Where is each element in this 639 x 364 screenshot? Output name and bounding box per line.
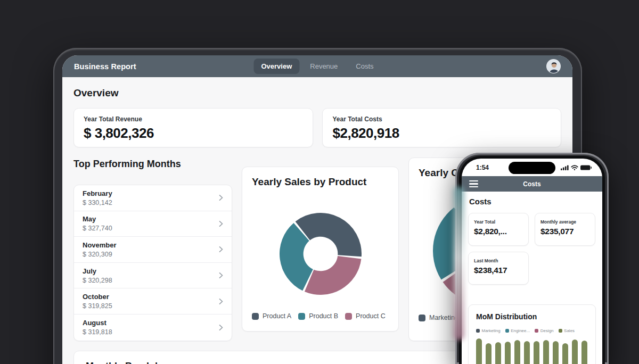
person-icon [547,60,561,73]
canvas: Business Report Overview Revenue Costs [0,0,639,364]
legend-label: Marketing [482,328,501,333]
section-title-top-months: Top Performing Months [73,159,232,170]
kpi-label: Year Total [474,219,523,225]
kpi-label: Year Total Costs [332,115,551,123]
phone-kpi-monthly-average: Monthly average $235,077 [535,213,595,246]
legend-swatch-product-a [252,313,259,320]
chevron-right-icon [219,272,223,279]
legend-swatch-marketing [419,315,425,321]
month-name: November [83,241,219,249]
bar [514,340,520,364]
battery-icon [580,165,592,170]
phone-navbar: Costs [462,176,602,192]
phone-kpi-grid: Year Total $2,820,... Monthly average $2… [468,213,596,285]
legend-label: Product C [356,312,386,320]
legend-swatch-marketing [476,329,480,333]
legend-swatch-sales [559,329,562,333]
legend-swatch-product-b [298,313,305,320]
kpi-value: $2,820,... [474,227,523,236]
phone-content: Costs Year Total $2,820,... Monthly aver… [462,192,602,364]
tab-revenue[interactable]: Revenue [302,59,345,74]
list-item[interactable]: February $ 330,142 [74,185,232,211]
status-icons [561,165,592,170]
mom-legend: Marketing Enginee... Design Sales [476,328,588,333]
bar [543,340,549,364]
bar [572,340,578,364]
kpi-card-revenue: Year Total Revenue $ 3,802,326 [73,108,313,147]
kpi-value: $238,417 [474,266,523,275]
phone-kpi-last-month: Last Month $238,417 [468,252,529,285]
month-value: $ 319,818 [83,328,219,336]
dynamic-island [509,162,555,174]
legend-swatch-design [535,329,538,333]
sales-chart-card: Yearly Sales by Product Product A Produc… [242,167,399,332]
list-item[interactable]: May $ 327,740 [74,211,232,237]
kpi-value: $235,077 [540,227,589,236]
menu-icon[interactable] [469,180,478,188]
month-value: $ 330,142 [83,199,219,206]
bar [534,341,539,364]
tablet-navbar: Business Report Overview Revenue Costs [62,55,572,77]
legend-label: Enginee... [511,328,530,333]
avatar[interactable] [546,59,561,73]
month-name: August [83,319,219,327]
bar [505,342,511,364]
kpi-value: $2,820,918 [332,125,551,142]
legend-swatch-product-c [345,313,352,320]
bar [486,343,491,364]
month-value: $ 320,298 [83,277,219,284]
list-item[interactable]: August $ 319,818 [74,315,232,341]
cellular-signal-icon [561,165,569,170]
chevron-right-icon [219,298,223,305]
month-value: $ 319,825 [83,302,219,310]
bar [476,338,482,364]
mom-bar-chart [476,340,588,364]
list-item[interactable]: November $ 320,309 [74,237,232,263]
phone-nav-title: Costs [523,180,540,188]
mom-distribution-card: MoM Distribution Marketing Enginee... [468,304,596,364]
page-title: Overview [73,87,561,99]
mom-title: MoM Distribution [476,312,588,321]
legend-label: Product B [309,312,338,320]
bar [524,341,530,364]
legend-swatch-engineering [505,329,509,333]
list-item[interactable]: July $ 320,298 [74,263,232,289]
phone-status-bar: 1:54 [462,159,602,176]
kpi-label: Year Total Revenue [84,115,303,123]
kpi-row: Year Total Revenue $ 3,802,326 Year Tota… [73,108,561,147]
status-time: 1:54 [476,164,489,171]
app-title: Business Report [74,62,136,71]
month-value: $ 327,740 [83,225,219,232]
phone-screen: 1:54 [462,159,602,364]
legend-label: Marketing [429,314,458,321]
chevron-right-icon [219,194,223,201]
sales-legend: Product A Product B Product C [252,312,389,320]
phone-device: 1:54 [455,153,609,364]
bar [562,343,568,364]
kpi-value: $ 3,802,326 [84,125,303,142]
month-name: February [83,189,219,197]
legend-label: Product A [263,312,291,320]
bar [495,342,501,364]
tab-bar: Overview Revenue Costs [253,59,381,74]
chevron-right-icon [219,324,223,331]
donut-chart-sales [280,213,362,295]
kpi-label: Monthly average [540,219,589,225]
legend-label: Sales [564,328,575,333]
months-list: February $ 330,142 May $ 327,740 [73,185,232,341]
legend-label: Design [540,328,554,333]
bar [581,341,587,364]
tab-overview[interactable]: Overview [253,59,299,74]
phone-page-title: Costs [468,197,596,206]
tab-costs[interactable]: Costs [348,59,381,74]
chart-title-sales: Yearly Sales by Product [252,176,389,188]
wifi-icon [571,165,578,170]
month-value: $ 320,309 [83,251,219,258]
month-name: July [83,267,219,275]
top-months-column: Top Performing Months February $ 330,142 [73,158,232,341]
bar [553,341,559,364]
chevron-right-icon [219,220,223,227]
list-item[interactable]: October $ 319,825 [74,288,232,315]
month-name: October [83,293,219,301]
kpi-label: Last Month [474,258,523,263]
